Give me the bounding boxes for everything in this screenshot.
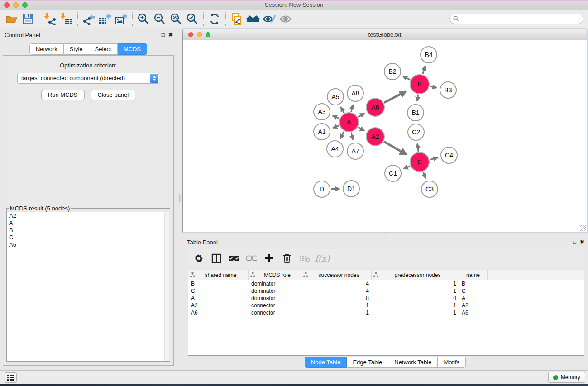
delete-column-icon[interactable] (280, 252, 294, 265)
add-column-icon[interactable] (262, 252, 277, 265)
graph-edge[interactable] (404, 166, 410, 169)
graph-node-label: B2 (388, 68, 396, 75)
network-window-title: testGlobe.txt (368, 31, 402, 38)
close-network-button[interactable] (188, 32, 193, 37)
graph-edge[interactable] (351, 105, 353, 112)
task-history-button[interactable] (5, 372, 17, 383)
function-builder-icon[interactable]: f(x) (315, 252, 330, 265)
result-item[interactable]: C (7, 234, 169, 241)
graph-edge[interactable] (358, 114, 364, 117)
graph-edge[interactable] (430, 158, 438, 160)
graph-edge[interactable] (384, 91, 406, 103)
dropdown-value: largest connected component (directed) (21, 75, 125, 81)
import-network-icon[interactable] (42, 12, 58, 26)
close-panel-icon[interactable]: ✖ (168, 32, 173, 38)
graph-edge[interactable] (341, 107, 344, 113)
table-row[interactable]: Bdominator 41 B (188, 280, 584, 287)
import-table-icon[interactable] (58, 12, 75, 26)
close-table-panel-icon[interactable]: ✖ (580, 239, 584, 245)
close-panel-button[interactable]: Close panel (91, 90, 136, 100)
export-network-icon[interactable] (81, 12, 97, 26)
hierarchy-icon (190, 272, 195, 277)
mcds-result-list[interactable]: A2 A B C A6 (7, 212, 169, 361)
optimization-criterion-label: Optimization criterion: (3, 62, 173, 69)
table-settings-icon[interactable] (191, 252, 206, 265)
result-item[interactable]: A2 (7, 212, 169, 219)
graph-node-label: B (417, 81, 421, 88)
tab-select[interactable]: Select (89, 43, 118, 55)
search-icon (453, 16, 459, 22)
export-table-icon[interactable] (97, 12, 113, 26)
run-mcds-button[interactable]: Run MCDS (41, 90, 85, 100)
column-header-mcds-role[interactable]: MCDS role (249, 270, 301, 280)
delete-table-icon[interactable] (297, 252, 312, 265)
hierarchy-icon (373, 272, 378, 277)
result-item[interactable]: A (7, 219, 169, 227)
graph-edge[interactable] (340, 131, 344, 138)
close-window-button[interactable] (4, 2, 10, 8)
graph-edge[interactable] (417, 95, 418, 101)
graph-node-label: A7 (351, 148, 359, 155)
zoom-in-icon[interactable] (135, 12, 152, 26)
float-panel-icon[interactable]: □ (162, 32, 165, 38)
graph-edge[interactable] (358, 127, 364, 131)
show-graphics-details-icon[interactable] (277, 12, 294, 26)
memory-button[interactable]: Memory (548, 372, 585, 383)
graph-edge[interactable] (333, 126, 339, 128)
duplicate-network-icon[interactable] (229, 12, 245, 26)
graph-edge[interactable] (417, 143, 418, 152)
zoom-selected-icon[interactable] (184, 12, 201, 26)
float-table-panel-icon[interactable]: □ (573, 239, 576, 245)
tab-network[interactable]: Network (29, 43, 64, 55)
column-header-shared-name[interactable]: shared name (188, 270, 249, 280)
open-file-icon[interactable] (4, 12, 20, 26)
zoom-window-button[interactable] (22, 2, 28, 8)
optimization-criterion-dropdown[interactable]: largest connected component (directed) (17, 73, 159, 84)
zoom-fit-icon[interactable] (168, 12, 184, 26)
tab-motifs[interactable]: Motifs (438, 357, 466, 368)
zoom-network-button[interactable] (206, 32, 210, 37)
export-image-icon[interactable] (113, 12, 129, 26)
column-header-name[interactable]: name (459, 270, 488, 280)
tab-mcds[interactable]: MCDS (118, 43, 147, 55)
save-session-icon[interactable] (20, 12, 36, 26)
hide-graphics-details-icon[interactable] (261, 12, 277, 26)
minimize-network-button[interactable] (197, 32, 202, 37)
table-row[interactable]: A6connector 11 A6 (188, 309, 584, 316)
column-view-icon[interactable] (209, 252, 224, 265)
tab-edge-table[interactable]: Edge Table (347, 357, 388, 368)
graph-node-label: C (417, 158, 422, 166)
graph-edge[interactable] (423, 172, 425, 178)
memory-status-icon (553, 375, 558, 380)
result-item[interactable]: B (7, 227, 169, 234)
table-row[interactable]: A2connector 11 A2 (188, 302, 584, 309)
graph-edge[interactable] (333, 116, 339, 119)
column-header-predecessor-nodes[interactable]: predecessor nodes (372, 270, 459, 280)
minimize-window-button[interactable] (13, 2, 19, 8)
result-item[interactable]: A6 (7, 241, 169, 248)
network-graph[interactable]: AA6A2BCA1A3A4A5A7A8B1B2B3B4C1C2C3C4DD1 (183, 40, 587, 232)
tab-network-table[interactable]: Network Table (388, 357, 438, 368)
select-all-rows-icon[interactable] (227, 252, 241, 265)
mcds-panel: Optimization criterion: largest connecte… (3, 55, 174, 366)
toolbar-separator (225, 12, 226, 26)
window-resize-handle[interactable] (580, 225, 586, 231)
result-scrollbar[interactable] (164, 212, 169, 361)
graph-edge[interactable] (384, 142, 406, 155)
home-view-icon[interactable] (245, 12, 261, 26)
table-row[interactable]: Cdominator 41 C (188, 287, 584, 295)
graph-edge[interactable] (430, 86, 437, 88)
network-canvas[interactable]: AA6A2BCA1A3A4A5A7A8B1B2B3B4C1C2C3C4DD1 (183, 40, 587, 232)
search-input[interactable] (461, 15, 583, 23)
deselect-all-rows-icon[interactable] (244, 252, 259, 265)
tab-node-table[interactable]: Node Table (305, 357, 347, 368)
search-field[interactable] (449, 14, 583, 24)
tab-style[interactable]: Style (64, 43, 89, 55)
table-row[interactable]: Adominator 80 A (188, 295, 584, 302)
graph-edge[interactable] (403, 76, 410, 80)
zoom-out-icon[interactable] (152, 12, 168, 26)
column-header-successor-nodes[interactable]: successor nodes (301, 270, 372, 280)
graph-edge[interactable] (351, 132, 353, 139)
graph-edge[interactable] (423, 66, 425, 74)
refresh-icon[interactable] (206, 12, 223, 26)
